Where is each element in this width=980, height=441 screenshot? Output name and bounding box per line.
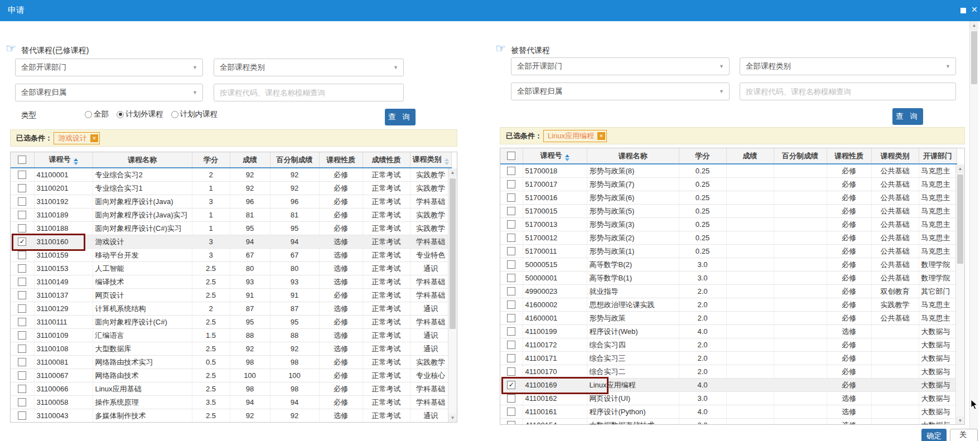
right-belong-select[interactable]: 全部课程归属 ▼ [511, 83, 730, 100]
row-checkbox[interactable] [507, 207, 515, 215]
sort-icon[interactable] [445, 158, 449, 165]
row-checkbox[interactable] [507, 234, 515, 242]
radio-icon[interactable] [85, 111, 92, 118]
row-checkbox[interactable] [507, 260, 515, 269]
left-query-button[interactable]: 查 询 [385, 109, 416, 125]
row-checkbox[interactable] [507, 220, 515, 229]
sort-icon[interactable] [74, 158, 78, 165]
left-category-select[interactable]: 全部课程类别 ▼ [214, 59, 404, 76]
dialog-scrollbar[interactable]: ▲ ▼ [969, 21, 978, 441]
row-checkbox[interactable] [507, 180, 515, 188]
row-checkbox[interactable] [18, 197, 26, 206]
row-checkbox[interactable] [507, 327, 515, 336]
table-row[interactable]: 31100159移动平台开发36767选修正常考试专业特色 [11, 249, 451, 262]
table-row[interactable]: 41100154大数据数据存储技术3.0选修大数据与 [500, 419, 957, 425]
row-checkbox[interactable] [18, 264, 26, 273]
table-row[interactable]: 41600002思想政治理论课实践2.0必修实践教学马克思主 [500, 298, 957, 312]
row-checkbox[interactable] [18, 278, 26, 286]
column-header[interactable]: 课程号 [523, 148, 587, 164]
table-row[interactable]: 51700016形势与政策(6)0.25必修公共基础马克思主 [500, 191, 957, 205]
row-checkbox[interactable] [18, 331, 26, 340]
remove-condition-icon[interactable] [90, 134, 98, 142]
select-all-checkbox[interactable] [18, 156, 26, 164]
row-checkbox[interactable] [507, 314, 515, 322]
row-checkbox[interactable] [507, 287, 515, 295]
select-all-checkbox[interactable] [507, 152, 515, 160]
table-row[interactable]: 31100153人工智能2.58080选修正常考试通识 [11, 262, 451, 275]
table-row[interactable]: 41100171综合实习三2.0必修大数据与 [500, 352, 957, 365]
row-checkbox[interactable] [18, 224, 26, 232]
table-row[interactable]: 51700012形势与政策(2)0.25必修公共基础马克思主 [500, 231, 957, 245]
scrollbar-thumb[interactable] [450, 178, 456, 329]
row-checkbox[interactable] [507, 421, 515, 425]
row-checkbox[interactable] [507, 341, 515, 349]
table-row[interactable]: 31100129计算机系统结构28787选修正常考试通识 [11, 302, 451, 316]
column-header[interactable]: 课程类别 [410, 152, 451, 168]
sort-icon[interactable] [565, 154, 569, 161]
table-row[interactable]: 31100043多媒体制作技术2.59292选修正常考试通识 [11, 409, 451, 423]
row-checkbox[interactable] [18, 238, 26, 246]
table-row[interactable]: 51700015形势与政策(5)0.25必修公共基础马克思主 [500, 205, 957, 218]
table-row[interactable]: 31100058操作系统原理3.59494必修正常考试学科基础 [11, 396, 451, 409]
type-radio-计划内课程[interactable]: 计划内课程 [171, 109, 218, 119]
table-row[interactable]: 31100192面向对象程序设计(Java)39696必修正常考试学科基础 [11, 195, 451, 209]
left-belong-select[interactable]: 全部课程归属 ▼ [15, 84, 203, 101]
row-checkbox[interactable] [507, 354, 515, 362]
table-row[interactable]: 41100001专业综合实习229292必修正常考试实践教学 [11, 168, 451, 182]
row-checkbox[interactable] [18, 304, 26, 313]
table-row[interactable]: 49900023就业指导2.0必修双创教育其它部门 [500, 285, 957, 298]
close-icon[interactable]: ✕ [971, 5, 978, 14]
table-row[interactable]: 31100109汇编语言1.58888选修正常考试通识 [11, 329, 451, 342]
row-checkbox[interactable] [507, 381, 515, 389]
table-row[interactable]: 51700018形势与政策(8)0.25必修公共基础马克思主 [500, 164, 957, 178]
right-category-select[interactable]: 全部课程类别 ▼ [740, 57, 956, 75]
row-checkbox[interactable] [18, 358, 26, 366]
row-checkbox[interactable] [507, 247, 515, 255]
scrollbar-thumb[interactable] [957, 175, 963, 264]
row-checkbox[interactable] [18, 184, 26, 192]
row-checkbox[interactable] [507, 367, 515, 376]
table-row[interactable]: 31100189面向对象程序设计(Java)实习18181必修正常考试实践教学 [11, 209, 451, 222]
right-search-input[interactable] [740, 83, 956, 100]
maximize-icon[interactable] [960, 8, 966, 13]
row-checkbox[interactable] [507, 193, 515, 202]
table-row[interactable]: 41600001形势与政策2.0必修公共基础马克思主 [500, 312, 957, 325]
scrollbar-thumb[interactable] [971, 31, 977, 84]
row-checkbox[interactable] [18, 211, 26, 219]
table-row[interactable]: 31100111面向对象程序设计(C#)2.59595必修正常考试学科基础 [11, 316, 451, 329]
left-search-input[interactable] [214, 84, 404, 101]
table-row[interactable]: 50000515高等数学B(2)3.0必修公共基础数理学院 [500, 258, 957, 272]
close-button[interactable]: 关 闭 [950, 429, 978, 441]
row-checkbox[interactable] [18, 318, 26, 326]
right-table-scrollbar[interactable]: ▲ ▼ [955, 164, 964, 425]
table-row[interactable]: 31100201专业综合实习119292必修正常考试实践教学 [11, 182, 451, 195]
table-row[interactable]: 31100149编译技术2.59393选修正常考试学科基础 [11, 275, 451, 289]
left-table-scrollbar[interactable]: ▲ ▼ [448, 168, 457, 423]
table-row[interactable]: 51700017形势与政策(7)0.25必修公共基础马克思主 [500, 178, 957, 191]
scroll-down-icon[interactable]: ▼ [448, 414, 457, 423]
row-checkbox[interactable] [507, 167, 515, 175]
row-checkbox[interactable] [18, 291, 26, 299]
table-row[interactable]: 31100188面向对象程序设计(C#)实习19595必修正常考试实践教学 [11, 222, 451, 235]
table-row[interactable]: 31100137网页设计2.59191必修正常考试学科基础 [11, 289, 451, 302]
table-row[interactable]: 51700011形势与政策(1)0.25必修公共基础马克思主 [500, 245, 957, 258]
type-radio-计划外课程[interactable]: 计划外课程 [117, 109, 163, 119]
radio-icon[interactable] [171, 111, 178, 118]
row-checkbox[interactable] [507, 274, 515, 282]
table-row[interactable]: 31100160游戏设计39494选修正常考试学科基础 [11, 235, 451, 249]
row-checkbox[interactable] [18, 345, 26, 353]
scroll-up-icon[interactable]: ▲ [448, 168, 457, 177]
row-checkbox[interactable] [18, 385, 26, 393]
confirm-button[interactable]: 确定 [921, 429, 947, 441]
row-checkbox[interactable] [18, 251, 26, 259]
table-row[interactable]: 31100067网络路由技术2.5100100必修正常考试专业核心 [11, 369, 451, 382]
table-row[interactable]: 50000001高等数学B(1)3.0必修公共基础数理学院 [500, 272, 957, 285]
type-radio-全部[interactable]: 全部 [85, 109, 109, 119]
table-row[interactable]: 41100172综合实习四2.0必修大数据与 [500, 338, 957, 352]
row-checkbox[interactable] [507, 408, 515, 416]
scroll-up-icon[interactable]: ▲ [956, 164, 964, 173]
scroll-down-icon[interactable]: ▼ [956, 416, 964, 425]
table-row[interactable]: 41100169Linux应用编程4.0必修大数据与 [500, 379, 957, 392]
remove-condition-icon[interactable] [597, 132, 605, 140]
left-department-select[interactable]: 全部开课部门 ▼ [15, 59, 203, 76]
